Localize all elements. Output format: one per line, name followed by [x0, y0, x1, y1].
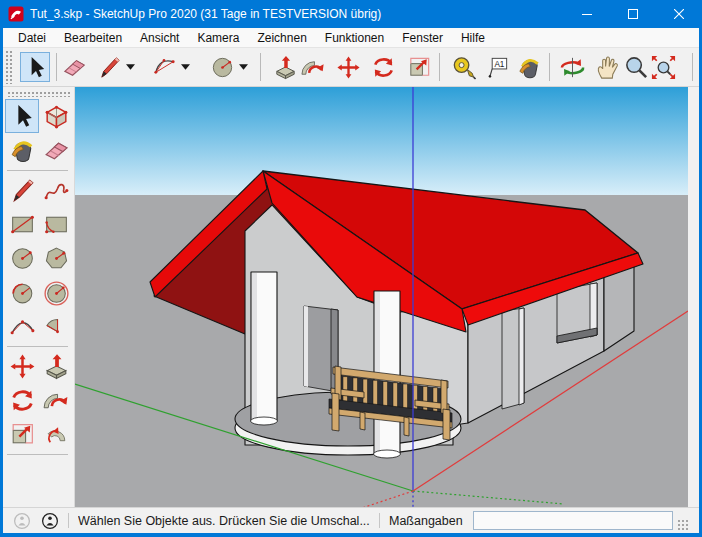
eraser-tool[interactable] [39, 133, 73, 167]
sky [75, 87, 688, 195]
toolbar-separator [439, 53, 440, 81]
status-icons [3, 511, 59, 530]
pushpull-icon [272, 54, 299, 81]
pan-icon [594, 54, 621, 81]
orbit-tool[interactable] [557, 52, 587, 82]
sidebar-row [3, 241, 74, 275]
credits-button[interactable] [40, 511, 59, 530]
rectangle-tool[interactable] [5, 207, 39, 241]
follow-me-tool[interactable] [298, 52, 328, 82]
measurements-input[interactable] [473, 511, 673, 530]
circle-tool[interactable] [207, 52, 237, 82]
follow-me-tool[interactable] [39, 383, 73, 417]
tape-icon [450, 54, 477, 81]
arc-center-tool[interactable] [5, 275, 39, 309]
titlebar[interactable]: Tut_3.skp - SketchUp Pro 2020 (31 Tage i… [0, 0, 702, 28]
move-icon [8, 352, 37, 381]
maximize-button[interactable] [610, 0, 656, 28]
move-tool[interactable] [5, 349, 39, 383]
make-component-tool[interactable] [39, 99, 73, 133]
menu-fenster[interactable]: Fenster [393, 29, 452, 47]
minimize-button[interactable] [564, 0, 610, 28]
menu-hilfe[interactable]: Hilfe [452, 29, 494, 47]
status-separator [68, 513, 69, 528]
close-button[interactable] [656, 0, 702, 28]
freehand-tool[interactable] [39, 173, 73, 207]
zoom-icon [623, 54, 650, 81]
text-tool[interactable]: A1 [482, 52, 512, 82]
menu-ansicht[interactable]: Ansicht [131, 29, 188, 47]
window-controls [564, 0, 702, 28]
top-toolbar: A1 [3, 48, 699, 87]
pan-tool[interactable] [592, 52, 622, 82]
sidebar-row [3, 275, 74, 309]
menu-zeichnen[interactable]: Zeichnen [248, 29, 315, 47]
circle-dropdown[interactable] [238, 61, 249, 73]
zoom-extents-tool[interactable] [648, 52, 678, 82]
paint-bucket-tool[interactable] [5, 133, 39, 167]
rotate-icon [8, 386, 37, 415]
orbit-icon [559, 54, 586, 81]
sidebar-row [3, 133, 74, 167]
line-tool[interactable] [5, 173, 39, 207]
push-pull-tool[interactable] [270, 52, 300, 82]
rotated-rectangle-tool[interactable] [39, 207, 73, 241]
line-icon [8, 176, 37, 205]
arc-2-point-tool[interactable] [39, 275, 73, 309]
sidebar-grip[interactable] [7, 91, 70, 97]
move-tool[interactable] [333, 52, 363, 82]
line-icon [96, 54, 123, 81]
menu-bearbeiten[interactable]: Bearbeiten [55, 29, 131, 47]
right-gutter [688, 87, 699, 507]
paint-bucket-tool[interactable] [514, 52, 544, 82]
menubar: DateiBearbeitenAnsichtKameraZeichnenFunk… [3, 28, 699, 48]
menu-datei[interactable]: Datei [9, 29, 55, 47]
arc-fan-icon [151, 54, 178, 81]
menu-funktionen[interactable]: Funktionen [316, 29, 393, 47]
rotate-tool[interactable] [368, 52, 398, 82]
front-door [502, 308, 524, 409]
toolbar-grip[interactable] [5, 50, 12, 84]
select-tool[interactable] [20, 52, 50, 82]
model-scene[interactable] [75, 87, 688, 507]
tape-measure-tool[interactable] [448, 52, 478, 82]
line-tool[interactable] [94, 52, 124, 82]
line-dropdown[interactable] [125, 61, 136, 73]
paint-icon [8, 136, 37, 165]
offset-tool[interactable] [39, 417, 73, 451]
rotate-icon [370, 54, 397, 81]
select-tool[interactable] [5, 99, 39, 133]
zoom-tool[interactable] [621, 52, 651, 82]
followme-icon [42, 386, 71, 415]
arc-tool[interactable] [149, 52, 179, 82]
viewport-3d[interactable] [75, 87, 688, 507]
push-pull-tool[interactable] [39, 349, 73, 383]
resize-grip[interactable] [677, 519, 689, 531]
scale-tool[interactable] [5, 417, 39, 451]
circle-tool[interactable] [5, 241, 39, 275]
status-separator-2 [379, 513, 380, 528]
measurements-label: Maßangaben [389, 514, 463, 528]
statusbar: Wählen Sie Objekte aus. Drücken Sie die … [3, 507, 699, 533]
followme-icon [300, 54, 327, 81]
arc-dropdown[interactable] [180, 61, 191, 73]
select-icon [8, 102, 37, 131]
eraser-tool[interactable] [59, 52, 89, 82]
scale-tool[interactable] [404, 52, 434, 82]
rotate-tool[interactable] [5, 383, 39, 417]
offset-icon [42, 420, 71, 449]
polygon-icon [42, 244, 71, 273]
menu-kamera[interactable]: Kamera [188, 29, 248, 47]
arc-3pt-icon [8, 312, 37, 341]
polygon-tool[interactable] [39, 241, 73, 275]
sidebar-row [3, 207, 74, 241]
circle-icon [209, 54, 236, 81]
sketchup-window: Tut_3.skp - SketchUp Pro 2020 (31 Tage i… [0, 0, 702, 537]
zoom-extents-icon [650, 54, 677, 81]
geolocation-button[interactable] [12, 511, 31, 530]
pie-tool[interactable] [39, 309, 73, 343]
arc-3-point-tool[interactable] [5, 309, 39, 343]
sidebar-separator [7, 454, 68, 455]
sketchup-logo-icon [8, 6, 24, 22]
svg-text:A1: A1 [494, 59, 504, 68]
